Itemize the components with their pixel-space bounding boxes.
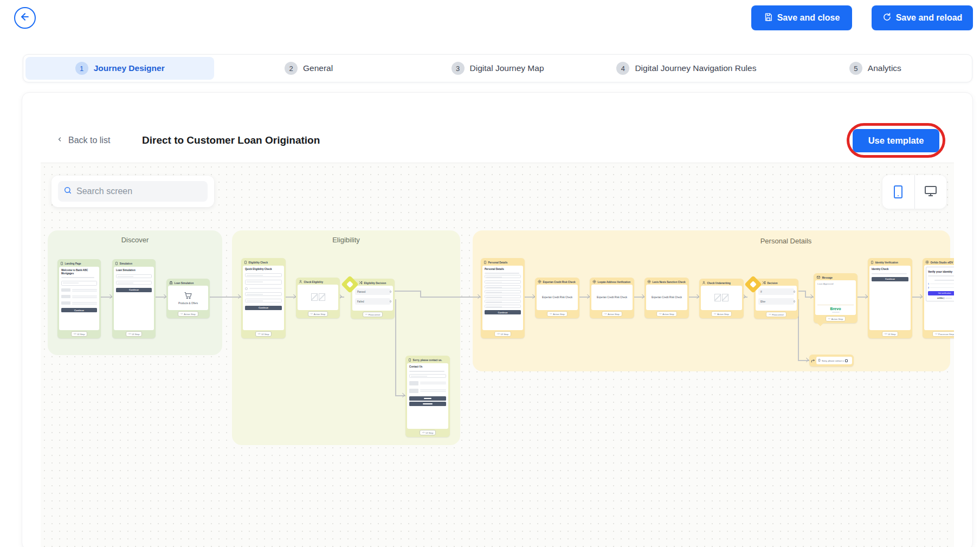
step-number: 5 (849, 62, 862, 75)
code-icon: </> (128, 333, 131, 335)
mini-screen: Loan Approved Brevo (815, 280, 856, 315)
node-title: Onfido Studio eIDV (931, 261, 953, 264)
mobile-icon (894, 185, 902, 198)
node-experian-check[interactable]: Experian Credit Risk Check Experian Cred… (535, 278, 579, 318)
node-decision[interactable]: Decision If Else <>Flowcontrol (754, 279, 798, 319)
use-template-button[interactable]: Use template (853, 129, 939, 152)
node-title: Check Underwriting (707, 282, 731, 285)
mini-heading: Quick Eligibility Check (245, 268, 282, 271)
step-type-badge: <>Processor Step (932, 331, 954, 337)
mini-verify-button: Get verification (928, 291, 954, 295)
mini-continue-button: Continue (61, 308, 97, 312)
node-title: Identity Verification (875, 261, 898, 264)
save-and-reload-button[interactable]: Save and reload (872, 5, 973, 30)
save-and-close-button[interactable]: Save and close (751, 5, 852, 30)
collapsed-node-label-wrap: Sorry, please contact u (816, 357, 852, 364)
mini-screen (701, 286, 742, 310)
branch-passed: Passed (355, 288, 390, 295)
connector-port[interactable] (794, 291, 796, 293)
node-eligibility-decision[interactable]: Eligibility Decision Passed Failed <>Flo… (351, 279, 395, 319)
connector-port[interactable] (794, 300, 796, 303)
mini-screen: Quick Eligibility Check Continue (243, 266, 284, 330)
node-eligibility-check[interactable]: Eligibility Check Quick Eligibility Chec… (241, 258, 286, 338)
tab-analytics[interactable]: 5 Analytics (781, 57, 970, 80)
node-sorry-contact-collapsed[interactable]: Sorry, please contact u (809, 355, 854, 366)
image-placeholder (319, 293, 325, 301)
mini-body-text: Products & Offers (178, 302, 198, 305)
onfido-widget: Verify your identity 1 2 Get verificatio… (926, 267, 954, 301)
mini-continue-button: Continue (485, 310, 521, 314)
back-button[interactable] (14, 7, 36, 29)
node-title: Sorry, please contact us. (413, 359, 442, 362)
mini-heading: Loan Simulation (116, 269, 152, 272)
code-icon: <> (365, 313, 368, 316)
mini-screen: Personal Details Continue (482, 266, 523, 330)
node-title: Landing Page (65, 262, 81, 265)
node-contact-us[interactable]: Sorry, please contact us. Contact Us </>… (405, 356, 450, 437)
mini-continue-button: Continue (116, 288, 152, 292)
mini-continue-button: Continue (872, 277, 908, 281)
code-icon: <> (311, 313, 313, 315)
code-icon: </> (74, 333, 76, 335)
mini-heading: Welcome to Bank ABC Mortgages (61, 269, 97, 275)
connector-port[interactable] (390, 291, 392, 293)
gear-icon (647, 280, 651, 284)
step-type-badge: </>UI Step (420, 430, 436, 435)
node-landing-page[interactable]: Landing Page Welcome to Bank ABC Mortgag… (57, 259, 101, 338)
step-type-badge: <>Action Step (602, 311, 622, 317)
code-icon: </> (885, 333, 887, 335)
node-check-eligibility[interactable]: Check Eligibility <>Action Step (296, 278, 340, 318)
code-icon: <> (714, 313, 716, 315)
mobile-icon (408, 358, 411, 363)
node-identity-verification[interactable]: Identity Verification Identity Check Con… (868, 258, 912, 338)
node-loan-simulation[interactable]: Loan Simulation Products & Offers <>Acti… (166, 279, 210, 318)
step-label: Digital Journey Map (470, 63, 544, 73)
search-icon (63, 186, 72, 197)
code-icon: <> (659, 313, 661, 315)
step-number: 1 (75, 62, 88, 75)
mini-body-text: Experian Credit Risk Check (652, 296, 682, 299)
code-icon: </> (497, 333, 500, 335)
envelope-icon (816, 275, 821, 280)
section-title: Personal Details (753, 231, 818, 245)
gear-icon (592, 280, 596, 284)
node-loqate-verification[interactable]: Loqate Address Verification Experian Cre… (590, 278, 634, 318)
node-personal-details[interactable]: Personal Details Personal Details Contin… (481, 258, 525, 338)
node-check-underwriting[interactable]: Check Underwriting <>Action Step (699, 279, 744, 318)
save-and-close-label: Save and close (777, 13, 840, 23)
tab-journey-designer[interactable]: 1 Journey Designer (25, 57, 214, 80)
expand-icon[interactable] (845, 359, 848, 362)
node-message[interactable]: Message Loan Approved Brevo <>Action Ste… (814, 273, 858, 323)
mini-body-text: Experian Credit Risk Check (542, 296, 572, 299)
node-lexis-nexis-check[interactable]: Lexis Nexis Sanction Check Experian Cred… (644, 278, 689, 318)
mobile-icon (871, 260, 874, 265)
section-title: Discover (48, 230, 222, 244)
node-title: Eligibility Decision (364, 282, 386, 285)
connector (395, 299, 396, 395)
node-onfido-studio[interactable]: Onfido Studio eIDV Verify your identity … (923, 258, 954, 338)
search-box[interactable] (58, 181, 208, 202)
search-input[interactable] (76, 186, 202, 196)
node-title: Decision (768, 282, 778, 285)
node-simulation[interactable]: Simulation Loan Simulation Continue </>U… (112, 259, 156, 338)
node-title: Check Eligibility (304, 281, 323, 284)
gear-icon (538, 280, 541, 284)
mini-button (409, 402, 446, 406)
step-type-badge: <>Action Step (308, 311, 328, 317)
tab-general[interactable]: 2 General (214, 57, 403, 80)
mini-heading: Verify your identity (928, 270, 954, 273)
desktop-view-button[interactable] (915, 175, 947, 209)
back-to-list-label: Back to list (68, 136, 110, 145)
step-tabs: 1 Journey Designer 2 General 3 Digital J… (23, 54, 972, 82)
code-icon: </> (258, 333, 261, 335)
tab-digital-journey-navigation-rules[interactable]: 4 Digital Journey Navigation Rules (592, 57, 781, 80)
step-label: Digital Journey Navigation Rules (635, 63, 756, 73)
mobile-view-button[interactable] (882, 175, 915, 209)
tab-digital-journey-map[interactable]: 3 Digital Journey Map (403, 57, 592, 80)
back-to-list-link[interactable]: Back to list (56, 136, 110, 145)
journey-canvas[interactable]: Discover Eligibility Personal Details La… (41, 163, 954, 547)
node-title: Loan Simulation (175, 282, 194, 285)
node-title: Loqate Address Verification (598, 281, 631, 284)
connector-port[interactable] (390, 300, 392, 303)
code-icon: <> (550, 313, 552, 315)
